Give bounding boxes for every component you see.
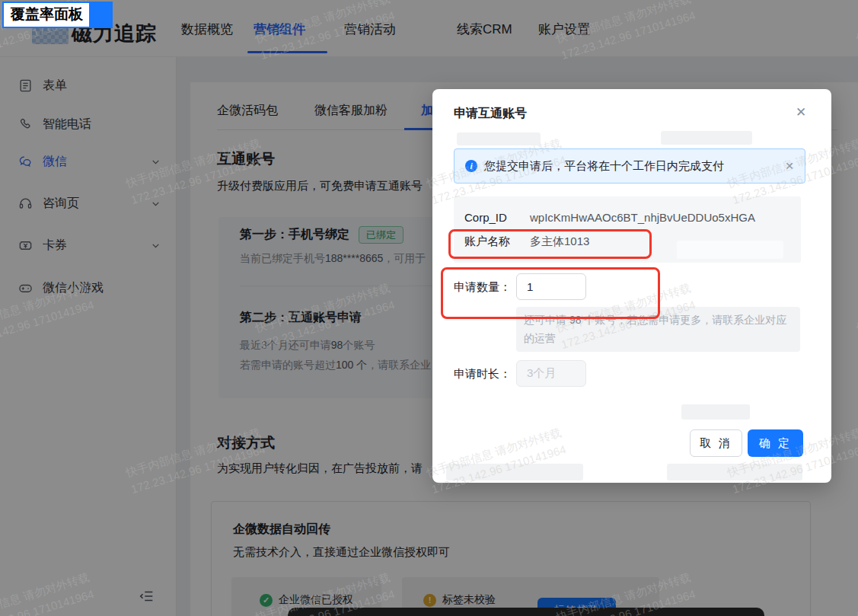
app-root: 磁力追踪 数据概览 营销组件 营销活动 线索CRM 账户设置 表单 智能电话 微… bbox=[0, 0, 858, 616]
info-icon: i bbox=[465, 160, 477, 172]
coverage-panel-marker bbox=[91, 2, 113, 28]
corp-id-label: Corp_ID bbox=[464, 206, 530, 229]
info-alert: i 您提交申请后，平台将在十个工作日内完成支付 ✕ bbox=[454, 148, 805, 184]
blurred-watermark-patch bbox=[677, 241, 783, 259]
confirm-button[interactable]: 确 定 bbox=[748, 429, 803, 457]
alert-text: 您提交申请后，平台将在十个工作日内完成支付 bbox=[484, 159, 724, 174]
duration-label: 申请时长： bbox=[454, 367, 511, 381]
coverage-panel-badge: 覆盖率面板 bbox=[2, 2, 113, 28]
blurred-watermark-patch bbox=[661, 131, 752, 145]
apply-interop-account-dialog: 申请互通账号 ✕ i 您提交申请后，平台将在十个工作日内完成支付 ✕ Corp_… bbox=[432, 89, 831, 483]
quantity-input[interactable] bbox=[516, 273, 586, 300]
dialog-title: 申请互通账号 bbox=[454, 106, 527, 122]
blurred-watermark-patch bbox=[457, 132, 541, 145]
cancel-button[interactable]: 取 消 bbox=[690, 429, 742, 457]
close-icon[interactable]: ✕ bbox=[796, 104, 806, 120]
duration-input bbox=[516, 360, 586, 387]
blurred-watermark-patch bbox=[667, 464, 802, 480]
coverage-panel-label: 覆盖率面板 bbox=[2, 2, 91, 28]
corp-info-panel: Corp_ID wpIcKmHwAAOc6BT_nhjBvUeDDUo5xHGA… bbox=[454, 196, 801, 263]
blurred-watermark-patch bbox=[446, 464, 583, 480]
quantity-label: 申请数量： bbox=[454, 280, 511, 295]
corp-id-row: Corp_ID wpIcKmHwAAOc6BT_nhjBvUeDDUo5xHGA bbox=[464, 206, 790, 229]
corp-id-value: wpIcKmHwAAOc6BT_nhjBvUeDDUo5xHGA bbox=[530, 206, 755, 229]
account-name-label: 账户名称 bbox=[464, 229, 530, 253]
alert-close-icon[interactable]: ✕ bbox=[785, 160, 794, 172]
quantity-helper-text: 还可申请 98 个账号；若您需申请更多，请联系企业对应的运营 bbox=[516, 307, 800, 352]
blurred-watermark-patch bbox=[681, 404, 750, 420]
account-name-value: 多主体1013 bbox=[530, 229, 589, 253]
